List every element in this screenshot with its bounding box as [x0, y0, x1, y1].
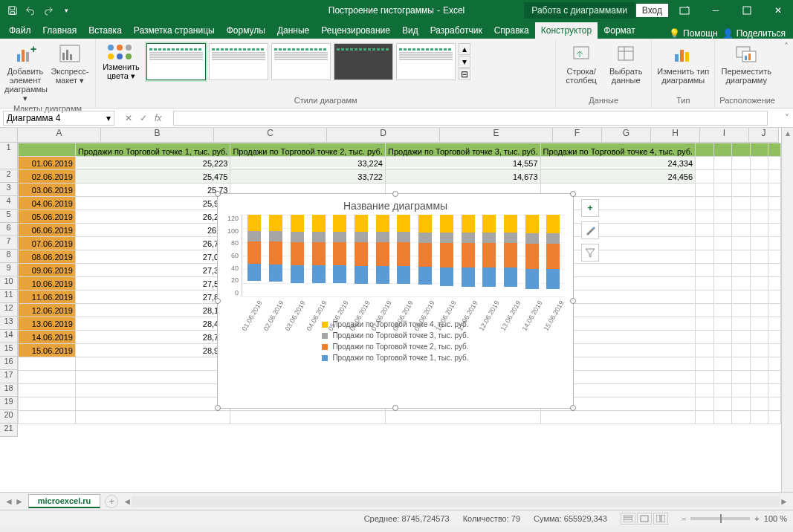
minimize-icon[interactable]: ─: [701, 0, 731, 21]
row-header[interactable]: 17: [0, 370, 18, 383]
cell[interactable]: 12.06.2019: [19, 304, 76, 317]
cell[interactable]: [732, 411, 751, 424]
cell[interactable]: [696, 411, 714, 424]
cell[interactable]: 33,224: [230, 157, 386, 170]
cell[interactable]: [750, 184, 768, 197]
cell[interactable]: 28,993: [75, 344, 230, 357]
cell[interactable]: [732, 197, 751, 210]
cell[interactable]: 24,456: [540, 170, 696, 184]
cell[interactable]: [75, 357, 230, 371]
cell[interactable]: [750, 317, 768, 331]
cell[interactable]: [713, 157, 732, 170]
cell[interactable]: [750, 250, 768, 264]
row-header[interactable]: 19: [0, 397, 18, 410]
add-chart-element-button[interactable]: + Добавить элемент диаграммы ▾: [4, 42, 46, 103]
qat-dropdown-icon[interactable]: ▾: [58, 2, 74, 19]
cell[interactable]: [696, 184, 714, 197]
cell[interactable]: 27,586: [75, 277, 230, 291]
select-all-corner[interactable]: [0, 128, 18, 143]
cell[interactable]: [713, 237, 732, 250]
style-thumb-4[interactable]: [334, 43, 393, 80]
cell[interactable]: [696, 170, 714, 184]
resize-handle[interactable]: [392, 191, 398, 197]
tab-конструктор[interactable]: Конструктор: [535, 22, 598, 39]
cell[interactable]: [750, 157, 768, 170]
tab-формат[interactable]: Формат: [598, 22, 641, 39]
cell[interactable]: [750, 304, 768, 317]
page-layout-view-icon[interactable]: [637, 513, 652, 525]
cell[interactable]: [750, 291, 768, 304]
cell[interactable]: [713, 371, 732, 384]
cell[interactable]: [732, 210, 751, 224]
cell[interactable]: [696, 277, 714, 291]
chart-plot-area[interactable]: 120100806040200: [218, 215, 573, 296]
column-headers[interactable]: ABCDEFGHIJ: [18, 128, 779, 143]
tab-данные[interactable]: Данные: [271, 22, 315, 39]
cell[interactable]: 09.06.2019: [19, 264, 76, 277]
row-header[interactable]: 13: [0, 317, 18, 330]
cell[interactable]: [713, 317, 732, 331]
cell[interactable]: [750, 143, 768, 157]
cell[interactable]: [768, 304, 781, 317]
move-chart-button[interactable]: Переместить диаграмму: [719, 42, 773, 85]
resize-handle[interactable]: [215, 191, 221, 197]
cell[interactable]: [19, 143, 76, 157]
col-header[interactable]: J: [749, 128, 779, 143]
switch-row-column-button[interactable]: Строка/ столбец: [560, 42, 602, 85]
ribbon-display-options-icon[interactable]: [670, 0, 699, 21]
cell[interactable]: [713, 357, 732, 371]
cell[interactable]: [75, 371, 230, 384]
tab-справка[interactable]: Справка: [488, 22, 535, 39]
cell[interactable]: [696, 250, 714, 264]
cell[interactable]: [732, 277, 751, 291]
cell[interactable]: Продажи по Торговой точке 2, тыс. руб.: [230, 143, 386, 157]
cell[interactable]: [768, 291, 781, 304]
cell[interactable]: [768, 357, 781, 371]
cell[interactable]: [230, 411, 386, 424]
save-icon[interactable]: [4, 2, 21, 19]
cell[interactable]: [732, 291, 751, 304]
tab-вид[interactable]: Вид: [396, 22, 424, 39]
cell[interactable]: [750, 237, 768, 250]
col-header[interactable]: B: [101, 128, 214, 143]
cell[interactable]: [713, 398, 732, 411]
page-break-view-icon[interactable]: [653, 513, 668, 525]
cell[interactable]: [696, 304, 714, 317]
row-header[interactable]: 4: [0, 196, 18, 210]
cell[interactable]: [696, 237, 714, 250]
close-icon[interactable]: ✕: [763, 0, 793, 21]
cell[interactable]: [768, 264, 781, 277]
maximize-icon[interactable]: [732, 0, 762, 21]
style-thumb-1[interactable]: [146, 43, 206, 80]
cell[interactable]: [732, 384, 751, 398]
cell[interactable]: 07.06.2019: [19, 237, 76, 250]
gallery-scroll-up-icon[interactable]: ▴: [459, 43, 470, 55]
chart-styles-button[interactable]: [581, 221, 599, 239]
cell[interactable]: 04.06.2019: [19, 197, 76, 210]
cell[interactable]: 08.06.2019: [19, 250, 76, 264]
resize-handle[interactable]: [392, 405, 398, 411]
zoom-slider[interactable]: [690, 517, 750, 520]
cell[interactable]: [768, 331, 781, 344]
change-chart-type-button[interactable]: Изменить тип диаграммы: [656, 42, 710, 85]
tab-file[interactable]: Файл: [3, 22, 37, 39]
cell[interactable]: 10.06.2019: [19, 277, 76, 291]
cell[interactable]: [768, 250, 781, 264]
cell[interactable]: 11.06.2019: [19, 291, 76, 304]
cell[interactable]: [385, 411, 540, 424]
normal-view-icon[interactable]: [621, 513, 635, 525]
cell[interactable]: 26,775: [75, 237, 230, 250]
cell[interactable]: [713, 331, 732, 344]
tab-главная[interactable]: Главная: [37, 22, 83, 39]
vertical-scrollbar[interactable]: ▴: [781, 128, 793, 492]
cell[interactable]: [713, 197, 732, 210]
share-button[interactable]: 👤Поделиться: [722, 28, 786, 39]
row-header[interactable]: 5: [0, 210, 18, 223]
cell[interactable]: [713, 411, 732, 424]
cell[interactable]: [750, 371, 768, 384]
gallery-scroll-down-icon[interactable]: ▾: [459, 56, 470, 68]
cell[interactable]: [75, 411, 230, 424]
cell[interactable]: [713, 224, 732, 237]
tab-формулы[interactable]: Формулы: [221, 22, 271, 39]
cell[interactable]: [732, 371, 751, 384]
